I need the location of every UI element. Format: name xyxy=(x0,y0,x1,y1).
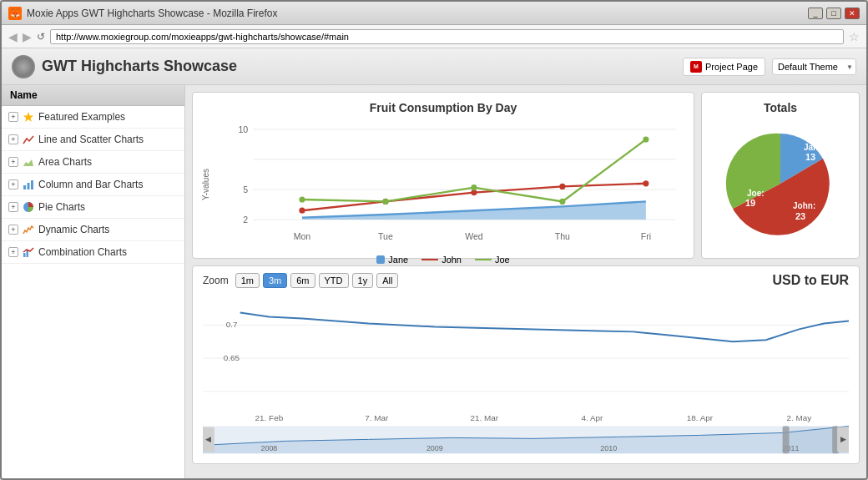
svg-point-24 xyxy=(559,184,565,189)
svg-rect-57 xyxy=(783,427,839,454)
svg-text:Joe:: Joe: xyxy=(747,189,765,198)
zoom-3m-button[interactable]: 3m xyxy=(263,273,287,288)
zoom-controls: Zoom 1m 3m 6m YTD 1y All xyxy=(203,273,398,288)
svg-point-26 xyxy=(299,196,305,202)
fruit-chart-svg-wrapper: 10 5 2 Mon Tue Wed Thu Fri xyxy=(214,119,685,250)
svg-text:7. Mar: 7. Mar xyxy=(365,413,389,422)
svg-point-28 xyxy=(471,184,477,190)
forex-chart-svg: 0.7 0.65 21. Feb 7. Mar 21. Mar 4. Apr 1… xyxy=(203,291,849,454)
fruit-chart-body: Y-values 10 5 2 xyxy=(201,119,685,250)
forex-panel: Zoom 1m 3m 6m YTD 1y All USD to EUR xyxy=(192,265,860,464)
legend-joe-label: Joe xyxy=(495,255,510,265)
fruit-chart-svg: 10 5 2 Mon Tue Wed Thu Fri xyxy=(214,119,685,250)
svg-text:4. Apr: 4. Apr xyxy=(581,413,603,422)
sidebar-label-pie: Pie Charts xyxy=(38,201,85,213)
forex-top-bar: Zoom 1m 3m 6m YTD 1y All USD to EUR xyxy=(203,273,849,288)
sidebar-item-featured[interactable]: + Featured Examples xyxy=(2,106,184,129)
totals-pie-svg: Jane: 13 Joe: 19 John: 23 xyxy=(714,121,847,246)
expand-icon-featured[interactable]: + xyxy=(8,112,18,122)
project-page-button[interactable]: M Project Page xyxy=(683,58,765,76)
expand-icon-area[interactable]: + xyxy=(8,157,18,167)
legend-jane-color xyxy=(376,255,385,264)
svg-text:Wed: Wed xyxy=(465,231,483,241)
zoom-1y-button[interactable]: 1y xyxy=(352,273,374,288)
zoom-label: Zoom xyxy=(203,275,229,286)
zoom-ytd-button[interactable]: YTD xyxy=(319,273,349,288)
svg-point-29 xyxy=(559,199,565,205)
firefox-icon: 🦊 xyxy=(8,7,22,20)
svg-rect-2 xyxy=(23,185,26,189)
bookmark-icon[interactable]: ☆ xyxy=(849,30,860,43)
legend-joe: Joe xyxy=(475,255,510,265)
fruit-chart-panel: Fruit Consumption By Day Y-values xyxy=(192,92,694,259)
close-button[interactable]: ✕ xyxy=(845,8,860,19)
address-bar: ◀ ▶ ↺ ☆ xyxy=(2,25,866,48)
svg-rect-37 xyxy=(203,292,849,408)
legend-joe-color xyxy=(475,259,492,260)
fruit-chart-legend: Jane John Joe xyxy=(201,255,685,265)
project-page-label: Project Page xyxy=(705,62,758,72)
sidebar-header: Name xyxy=(2,85,184,106)
legend-jane-label: Jane xyxy=(388,255,408,265)
sidebar-item-area[interactable]: + Area Charts xyxy=(2,151,184,174)
zoom-1m-button[interactable]: 1m xyxy=(235,273,260,288)
title-bar-left: 🦊 Moxie Apps GWT Highcharts Showcase - M… xyxy=(8,7,278,20)
totals-title: Totals xyxy=(764,101,797,114)
minimize-button[interactable]: _ xyxy=(808,8,823,19)
theme-select[interactable]: Default Theme Dark Theme Gray Theme Grid… xyxy=(772,58,856,75)
sidebar-label-column: Column and Bar Charts xyxy=(38,179,143,190)
svg-text:Fri: Fri xyxy=(641,231,651,241)
sidebar-item-dynamic[interactable]: + Dynamic Charts xyxy=(2,219,184,241)
sidebar-item-pie[interactable]: + Pie Charts xyxy=(2,196,184,219)
sidebar-label-featured: Featured Examples xyxy=(38,111,125,123)
svg-text:21. Feb: 21. Feb xyxy=(255,413,284,422)
svg-text:2: 2 xyxy=(243,215,248,225)
fruit-chart-title: Fruit Consumption By Day xyxy=(201,101,685,114)
legend-john-color xyxy=(421,259,438,260)
sidebar-label-combination: Combination Charts xyxy=(38,246,127,258)
svg-rect-7 xyxy=(27,250,29,257)
maximize-button[interactable]: □ xyxy=(826,8,841,19)
expand-icon-combination[interactable]: + xyxy=(8,247,18,257)
reload-icon[interactable]: ↺ xyxy=(37,31,45,43)
sidebar-label-dynamic: Dynamic Charts xyxy=(38,224,109,235)
legend-john: John xyxy=(421,255,462,265)
forward-icon[interactable]: ▶ xyxy=(23,30,32,43)
expand-icon-column[interactable]: + xyxy=(8,179,18,189)
combination-chart-icon xyxy=(22,245,35,259)
svg-text:Tue: Tue xyxy=(378,231,393,241)
main-layout: Name + Featured Examples + Line and Scat… xyxy=(2,85,866,478)
expand-icon-pie[interactable]: + xyxy=(8,202,18,212)
sidebar-item-column[interactable]: + Column and Bar Charts xyxy=(2,174,184,196)
sidebar-item-line[interactable]: + Line and Scatter Charts xyxy=(2,129,184,151)
sidebar-label-line: Line and Scatter Charts xyxy=(38,134,144,145)
svg-text:Mon: Mon xyxy=(294,231,311,241)
svg-text:▶: ▶ xyxy=(840,435,846,443)
back-icon[interactable]: ◀ xyxy=(8,30,18,43)
zoom-all-button[interactable]: All xyxy=(376,273,398,288)
area-chart-icon xyxy=(22,155,35,169)
svg-text:13: 13 xyxy=(805,152,815,162)
content-area: Fruit Consumption By Day Y-values xyxy=(185,85,866,478)
legend-john-label: John xyxy=(442,255,462,265)
column-chart-icon xyxy=(22,178,35,191)
legend-jane: Jane xyxy=(376,255,408,265)
svg-text:John:: John: xyxy=(793,201,815,210)
app-header: GWT Highcharts Showcase M Project Page D… xyxy=(2,48,866,85)
svg-marker-0 xyxy=(23,112,33,122)
sidebar: Name + Featured Examples + Line and Scat… xyxy=(2,85,185,478)
browser-title: Moxie Apps GWT Highcharts Showcase - Moz… xyxy=(27,8,278,19)
address-input[interactable] xyxy=(50,29,844,44)
svg-text:Thu: Thu xyxy=(555,231,570,241)
svg-point-27 xyxy=(382,199,388,205)
expand-icon-line[interactable]: + xyxy=(8,134,18,144)
window-controls: _ □ ✕ xyxy=(808,8,860,19)
dynamic-chart-icon xyxy=(22,223,35,236)
app-logo xyxy=(12,55,35,78)
expand-icon-dynamic[interactable]: + xyxy=(8,225,18,235)
sidebar-item-combination[interactable]: + Combination Charts xyxy=(2,241,184,264)
svg-text:5: 5 xyxy=(243,184,248,195)
zoom-6m-button[interactable]: 6m xyxy=(290,273,315,288)
svg-text:0.7: 0.7 xyxy=(226,320,238,329)
svg-point-25 xyxy=(643,180,648,186)
